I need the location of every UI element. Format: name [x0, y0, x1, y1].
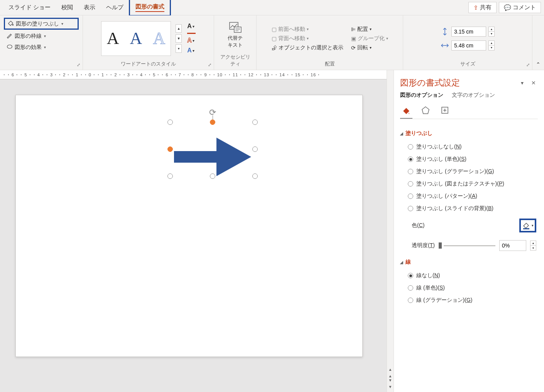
scroll-down-icon[interactable]: ▼	[389, 385, 392, 389]
transparency-input[interactable]	[499, 240, 526, 251]
share-button[interactable]: ⇪ 共有	[468, 2, 497, 13]
scroll-up-icon[interactable]: ▲	[389, 367, 392, 372]
slide[interactable]: ⟳	[15, 95, 363, 357]
chevron-down-icon: ▾	[307, 36, 309, 40]
alt-text-label: 代替テ キスト	[228, 35, 243, 49]
chevron-down-icon: ▾	[370, 27, 372, 31]
width-input[interactable]	[451, 40, 486, 50]
fill-option-3[interactable]: 塗りつぶし (図またはテクスチャ)(P)	[400, 178, 538, 190]
alt-text-button[interactable]: 代替テ キスト	[222, 22, 249, 49]
tab-shape-format[interactable]: 図形の書式	[129, 0, 171, 16]
radio-icon	[408, 285, 413, 291]
text-fill-button[interactable]: A▾	[187, 23, 196, 30]
text-effects-button[interactable]: A▾	[187, 47, 196, 54]
size-props-icon[interactable]	[439, 104, 451, 116]
width-up[interactable]: ▲	[489, 41, 494, 45]
tab-slideshow[interactable]: スライド ショー	[3, 1, 56, 14]
effects-pane-icon[interactable]	[419, 104, 432, 116]
scroll-updown-icon[interactable]: ▲▼	[389, 374, 392, 382]
wordart-style-2[interactable]: A	[130, 29, 142, 48]
gallery-up[interactable]: ▲	[176, 24, 182, 33]
tab-view[interactable]: 表示	[78, 1, 101, 14]
svg-point-1	[7, 45, 12, 49]
comment-button[interactable]: 💬 コメント	[499, 2, 541, 13]
radio-icon	[408, 181, 413, 187]
group-button[interactable]: ▣ グループ化 ▾	[351, 35, 388, 42]
handle-w-adjust[interactable]	[167, 146, 173, 152]
handle-e[interactable]	[252, 146, 258, 152]
pane-close-button[interactable]: ✕	[529, 79, 538, 87]
fill-line-icon[interactable]	[400, 104, 412, 116]
chevron-down-icon: ▾	[44, 34, 46, 38]
wordart-launcher[interactable]: ⤢	[208, 62, 211, 67]
align-button[interactable]: ⊫ 配置 ▾	[351, 26, 388, 33]
tab-shape-options[interactable]: 図形のオプション	[400, 92, 443, 100]
fill-option-1[interactable]: 塗りつぶし (単色)(S)	[400, 153, 538, 165]
pane-options-button[interactable]: ▾	[518, 79, 526, 87]
height-up[interactable]: ▲	[489, 27, 494, 32]
radio-icon	[408, 169, 413, 174]
share-label: 共有	[480, 4, 492, 11]
wordart-style-1[interactable]: A	[107, 29, 119, 48]
section-fill-label: 塗りつぶし	[405, 130, 432, 137]
handle-sw[interactable]	[167, 173, 173, 179]
group-accessibility: 代替テ キスト アクセシビリティ	[214, 15, 257, 70]
selected-shape[interactable]: ⟳	[170, 122, 255, 176]
handle-se[interactable]	[252, 173, 258, 179]
handle-n-adjust[interactable]	[210, 119, 215, 125]
handle-nw[interactable]	[167, 119, 173, 125]
radio-icon	[408, 156, 413, 162]
fill-option-2[interactable]: 塗りつぶし (グラデーション)(G)	[400, 165, 538, 178]
share-icon: ⇪	[473, 4, 478, 11]
group-wordart: A A A ▲ ▼ ▾ A▾ A▾ A▾ ワー	[83, 15, 214, 70]
collapse-ribbon-button[interactable]: ⌃	[532, 15, 544, 70]
tab-review[interactable]: 校閲	[56, 1, 78, 14]
rotate-icon: ⟳	[351, 45, 356, 51]
trans-down[interactable]: ▼	[530, 246, 536, 250]
fill-option-0[interactable]: 塗りつぶしなし(N)	[400, 141, 538, 153]
trans-up[interactable]: ▲	[530, 241, 536, 246]
radio-icon	[408, 144, 413, 150]
tab-help[interactable]: ヘルプ	[101, 1, 129, 14]
svg-point-0	[12, 24, 14, 26]
pencil-icon	[6, 32, 13, 40]
ribbon: 図形の塗りつぶし ▾ 図形の枠線 ▾ 図形の効果 ▾	[0, 15, 544, 70]
bring-forward-button[interactable]: ▢ 前面へ移動 ▾	[272, 26, 343, 33]
shape-styles-launcher[interactable]: ⤢	[77, 62, 80, 67]
wordart-gallery[interactable]: A A A	[101, 21, 171, 56]
collapse-triangle-icon: ◢	[400, 131, 403, 136]
shape-outline-button[interactable]: 図形の枠線 ▾	[4, 31, 79, 41]
section-line-toggle[interactable]: ◢ 線	[400, 259, 538, 266]
shape-fill-button[interactable]: 図形の塗りつぶし ▾	[4, 18, 79, 30]
arrange-group-label: 配置	[260, 59, 399, 69]
group-icon: ▣	[351, 35, 356, 42]
section-fill-toggle[interactable]: ◢ 塗りつぶし	[400, 130, 538, 137]
line-option-0[interactable]: 線なし(N)	[400, 269, 538, 282]
tab-text-options[interactable]: 文字のオプション	[452, 92, 495, 100]
size-group-label: サイズ	[407, 59, 528, 69]
chevron-down-icon: ▾	[193, 24, 194, 29]
selection-pane-button[interactable]: ⮵ オブジェクトの選択と表示	[272, 44, 343, 51]
fill-option-5[interactable]: 塗りつぶし (スライドの背景)(B)	[400, 202, 538, 215]
shape-effects-button[interactable]: 図形の効果 ▾	[4, 42, 79, 52]
height-down[interactable]: ▼	[489, 32, 494, 36]
gallery-down[interactable]: ▼	[176, 34, 182, 43]
transparency-slider[interactable]: ⊢	[439, 243, 495, 248]
height-input[interactable]	[451, 27, 486, 37]
group-arrange: ▢ 前面へ移動 ▾ ▢ 背面へ移動 ▾ ⮵ オブジェクトの選択と表示 ⊫ 配置	[257, 15, 403, 70]
rotate-button[interactable]: ⟳ 回転 ▾	[351, 44, 388, 51]
radio-icon	[408, 206, 413, 211]
fill-option-4[interactable]: 塗りつぶし (パターン)(A)	[400, 190, 538, 202]
wordart-style-3[interactable]: A	[153, 29, 165, 48]
width-down[interactable]: ▼	[489, 45, 494, 50]
gallery-more[interactable]: ▾	[176, 44, 182, 53]
send-backward-button[interactable]: ▢ 背面へ移動 ▾	[272, 35, 343, 42]
line-option-1[interactable]: 線 (単色)(S)	[400, 282, 538, 294]
text-outline-button[interactable]: A▾	[187, 37, 196, 44]
handle-ne[interactable]	[252, 119, 258, 125]
vertical-scrollbar[interactable]: ▲ ▲▼ ▼	[387, 70, 394, 392]
fill-color-button[interactable]: ▾	[519, 219, 536, 232]
line-option-2[interactable]: 線 (グラデーション)(G)	[400, 294, 538, 306]
bring-forward-icon: ▢	[272, 26, 277, 32]
size-launcher[interactable]: ⤢	[526, 62, 530, 67]
